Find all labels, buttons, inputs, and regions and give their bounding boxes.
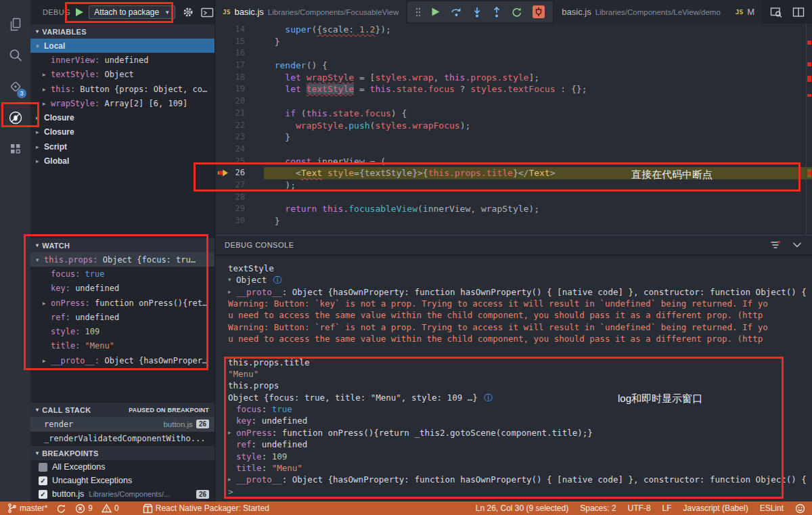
separator: : [70, 85, 80, 94]
code-line-29[interactable]: 29 return this.focusableView(innerView, … [215, 203, 812, 215]
stack-frame[interactable]: renderbutton.js26 [30, 417, 215, 432]
debug-config-label: Attach to package [94, 7, 159, 17]
console-prompt[interactable]: > [228, 486, 812, 497]
code-line-20[interactable]: 20 [215, 95, 812, 108]
status-errors[interactable]: 9 [75, 503, 93, 514]
code-line-15[interactable]: 15 } [215, 36, 812, 48]
tree-row[interactable]: style: 109 [30, 324, 215, 338]
code-line-16[interactable]: 16 [215, 47, 812, 60]
code-line-30[interactable]: 30 } [215, 215, 812, 227]
open-debug-console-icon[interactable] [201, 7, 214, 18]
tree-row[interactable]: ▸Script [30, 139, 215, 154]
tab-M[interactable]: JSM [728, 0, 762, 24]
restart-icon[interactable] [512, 7, 522, 18]
code-line-25[interactable]: 25 const innerView = ( [215, 156, 812, 168]
status-eol[interactable]: LF [662, 503, 672, 513]
status-encoding[interactable]: UTF-8 [628, 503, 651, 513]
status-warnings[interactable]: 0 [102, 503, 119, 513]
status-language-mode[interactable]: Javascript (Babel) [683, 503, 748, 513]
tree-row[interactable]: ▸Global [30, 154, 215, 168]
tree-row[interactable]: ref: undefined [30, 310, 215, 324]
console-token: Object [236, 274, 272, 286]
console-token: : [252, 415, 262, 426]
console-token: "Menu" [272, 462, 302, 474]
code-editor[interactable]: 14 super({scale: 1.2});15 }1617 render()… [215, 24, 812, 235]
tree-row[interactable]: ▸onPress: function onPress(){ret… [30, 296, 215, 310]
code-line-18[interactable]: 18 let wrapStyle = [styles.wrap, this.pr… [215, 72, 812, 84]
breakpoints-header[interactable]: ▾BREAKPOINTS [30, 446, 215, 460]
code-line-19[interactable]: 19 let textStyle = this.state.focus ? st… [215, 83, 812, 95]
gutter: 21 [215, 108, 258, 120]
code-line-17[interactable]: 17 render() { [215, 60, 812, 72]
status-cursor-position[interactable]: Ln 26, Col 30 (9 selected) [476, 503, 568, 513]
call-stack-header[interactable]: ▾CALL STACKPAUSED ON BREAKPOINT [30, 403, 215, 417]
tree-row[interactable]: ▾Local [30, 39, 215, 53]
step-over-icon[interactable] [451, 7, 462, 17]
tree-row[interactable]: ▸Closure [30, 125, 215, 139]
tree-row[interactable]: key: undefined [30, 282, 215, 296]
code-line-27[interactable]: 27 ); [215, 179, 812, 192]
grip-icon[interactable] [415, 7, 421, 17]
tree-row[interactable]: ▾this.props: Object {focus: tru… [30, 252, 215, 267]
debug-sidebar: DEBUG Attach to package ▼ ▾VARIABLES▾Loc… [30, 0, 215, 501]
tree-row[interactable]: ▸this: Button {props: Object, co… [30, 82, 215, 96]
line-number: 16 [215, 47, 245, 60]
debug-console-output[interactable]: textStyle▾Object ⓘ▸__proto__: Object {ha… [215, 256, 812, 501]
section-twisty-icon: ▾ [36, 407, 39, 413]
tree-row[interactable]: ▸__proto__: Object {hasOwnProper… [30, 353, 215, 367]
code-token: } [513, 168, 518, 178]
gutter: 27 [215, 179, 258, 192]
breakpoint-item[interactable]: All Exceptions [30, 460, 215, 474]
code-token: const [285, 156, 311, 166]
status-git-branch[interactable]: master* [7, 503, 47, 514]
activity-debug-icon[interactable] [0, 102, 30, 133]
status-sync[interactable] [56, 503, 66, 514]
gear-icon[interactable] [183, 7, 194, 18]
breakpoint-item[interactable]: ✓button.jsLibraries/Components/...26 [30, 487, 215, 501]
status-feedback[interactable] [795, 503, 805, 514]
status-packager[interactable]: React Native Packager: Started [143, 503, 269, 514]
code-line-21[interactable]: 21 if (this.state.focus) { [215, 108, 812, 120]
start-debug-button[interactable] [75, 7, 84, 17]
activity-source-control-icon[interactable]: 3 [0, 71, 30, 102]
code-line-22[interactable]: 22 wrapStyle.push(styles.wrapFocus); [215, 120, 812, 132]
section-twisty-icon: ▾ [36, 242, 39, 248]
scope-label: Script [44, 142, 67, 152]
code-line-26[interactable]: 26 <Text style={textStyle}>{this.props.t… [215, 167, 812, 179]
collapse-panel-icon[interactable] [792, 241, 803, 249]
tree-row[interactable]: focus: true [30, 267, 215, 281]
overview-ruler[interactable] [806, 24, 812, 235]
status-eslint[interactable]: ESLint [760, 503, 784, 513]
tree-row[interactable]: ▸Closure [30, 110, 215, 125]
tab-basic.js[interactable]: basic.jsLibraries/Components/LeView/demo [554, 0, 728, 24]
tree-row[interactable]: title: "Menu" [30, 339, 215, 353]
activity-search-icon[interactable] [0, 40, 30, 71]
code-line-14[interactable]: 14 super({scale: 1.2}); [215, 24, 812, 36]
tree-row[interactable]: ▸textStyle: Object [30, 68, 215, 82]
line-content: let wrapStyle = [styles.wrap, this.props… [264, 72, 812, 84]
watch-header[interactable]: ▾WATCH [30, 238, 215, 252]
status-indentation[interactable]: Spaces: 2 [580, 503, 616, 513]
variable-name: style [51, 327, 75, 336]
line-number: 21 [215, 108, 245, 120]
breakpoint-item[interactable]: ✓Uncaught Exceptions [30, 474, 215, 487]
step-into-icon[interactable] [472, 7, 482, 18]
activity-files-icon[interactable] [0, 9, 30, 40]
tree-row[interactable]: innerView: undefined [30, 53, 215, 67]
code-line-24[interactable]: 24 [215, 143, 812, 156]
activity-extensions-icon[interactable] [0, 133, 30, 164]
preview-icon[interactable] [770, 7, 782, 18]
continue-icon[interactable] [431, 7, 441, 17]
split-editor-icon[interactable] [792, 7, 805, 18]
variable-name: title [51, 341, 75, 351]
code-line-28[interactable]: 28 [215, 192, 812, 204]
variables-header[interactable]: ▾VARIABLES [30, 24, 215, 39]
tab-basic.js[interactable]: JSbasic.jsLibraries/Components/Focusable… [215, 0, 406, 24]
tree-row[interactable]: ▸wrapStyle: Array[2] [6, 109] [30, 96, 215, 110]
debug-config-dropdown[interactable]: Attach to package ▼ [89, 5, 175, 19]
filter-icon[interactable] [770, 240, 781, 250]
disconnect-icon[interactable] [533, 5, 545, 18]
step-out-icon[interactable] [492, 7, 501, 18]
code-line-23[interactable]: 23 } [215, 131, 812, 143]
stack-frame[interactable]: _renderValidatedComponentWitho... [30, 432, 215, 447]
